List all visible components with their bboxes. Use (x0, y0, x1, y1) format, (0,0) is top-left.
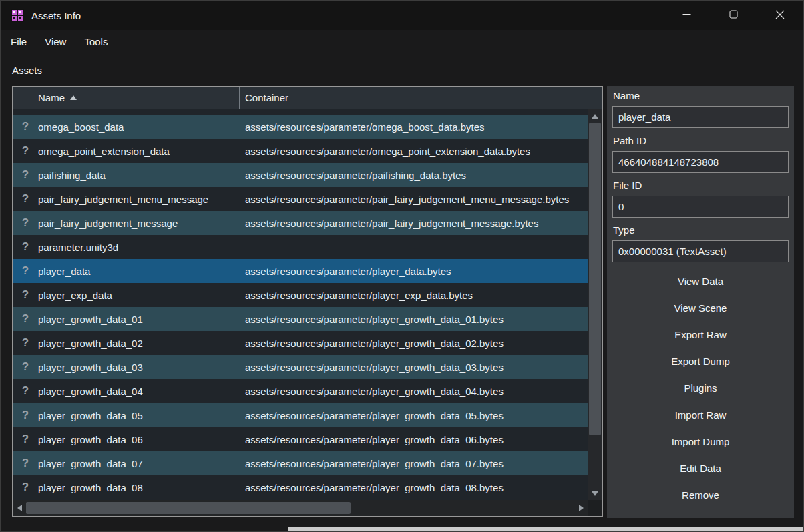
asset-row[interactable]: ? paifishing_data assets/resources/param… (13, 163, 588, 187)
asset-container-cell: assets/resources/parameter/player_growth… (239, 458, 588, 469)
unknown-asset-icon: ? (13, 120, 38, 134)
field-label: Type (613, 224, 788, 236)
scroll-up-icon (592, 114, 598, 119)
unknown-asset-icon: ? (13, 360, 38, 374)
unknown-asset-icon: ? (13, 288, 38, 302)
view-scene-button[interactable]: View Scene (612, 294, 789, 321)
window-bottom-strip (288, 527, 803, 531)
unknown-asset-icon: ? (13, 168, 38, 182)
asset-name-cell: omega_boost_data (38, 121, 239, 133)
view-data-button[interactable]: View Data (612, 268, 789, 294)
asset-container-cell: assets/resources/parameter/pair_fairy_ju… (239, 194, 588, 205)
asset-container-cell: assets/resources/parameter/paifishing_da… (239, 170, 588, 181)
file-id-input[interactable] (612, 196, 789, 218)
scroll-left-button[interactable] (13, 500, 26, 516)
import-raw-button[interactable]: Import Raw (612, 401, 789, 428)
remove-button[interactable]: Remove (612, 481, 789, 508)
caption-buttons (663, 1, 803, 30)
partial-row-clip: ? omega_boost_cutin_data assets/resource… (13, 109, 588, 115)
asset-name-cell: parameter.unity3d (38, 242, 239, 253)
close-icon (775, 10, 785, 21)
path-id-input[interactable] (612, 151, 789, 173)
detail-field: Type (612, 224, 789, 262)
name-column-header[interactable]: Name (38, 87, 239, 109)
asset-container-cell: assets/resources/parameter/player_growth… (239, 314, 588, 325)
maximize-button[interactable] (710, 1, 757, 30)
detail-field: Name (612, 90, 789, 128)
asset-row[interactable]: ? player_growth_data_07 assets/resources… (13, 451, 588, 475)
field-label: File ID (613, 180, 788, 191)
scroll-down-button[interactable] (588, 487, 602, 500)
sort-ascending-icon (70, 95, 77, 100)
asset-name-cell: player_growth_data_07 (38, 458, 239, 469)
asset-container-cell: assets/resources/parameter/player_growth… (239, 434, 588, 445)
horizontal-scrollbar-thumb[interactable] (26, 502, 351, 514)
scroll-up-button[interactable] (588, 109, 602, 123)
export-dump-button[interactable]: Export Dump (612, 348, 789, 374)
maximize-icon (729, 10, 738, 21)
scroll-right-icon (579, 505, 584, 511)
table-body: ? omega_boost_data assets/resources/para… (13, 115, 588, 500)
menu-file[interactable]: File (3, 33, 35, 51)
asset-name-cell: player_exp_data (38, 290, 239, 301)
asset-row[interactable]: ? player_data assets/resources/parameter… (13, 259, 588, 283)
unknown-asset-icon: ? (13, 192, 38, 206)
unknown-asset-icon: ? (13, 433, 38, 446)
asset-row[interactable]: ? player_growth_data_01 assets/resources… (13, 307, 588, 331)
asset-container-cell: assets/resources/parameter/player_growth… (239, 410, 588, 421)
asset-name-cell: player_growth_data_06 (38, 434, 239, 445)
asset-name-cell: paifishing_data (38, 170, 239, 181)
field-label: Name (613, 90, 788, 101)
asset-row[interactable]: ? pair_fairy_judgement_message assets/re… (13, 211, 588, 235)
vertical-scrollbar-thumb[interactable] (589, 123, 601, 435)
type-input[interactable] (612, 240, 789, 262)
unknown-asset-icon: ? (13, 216, 38, 230)
asset-row[interactable]: ? omega_boost_data assets/resources/para… (13, 115, 588, 139)
unknown-asset-icon: ? (13, 336, 38, 350)
menu-tools[interactable]: Tools (76, 33, 116, 51)
icon-column-header[interactable] (13, 87, 38, 109)
asset-row[interactable]: ? omega_point_extension_data assets/reso… (13, 139, 588, 163)
import-dump-button[interactable]: Import Dump (612, 428, 789, 455)
unknown-asset-icon: ? (13, 264, 38, 278)
name-input[interactable] (612, 106, 789, 128)
asset-row[interactable]: ? player_growth_data_05 assets/resources… (13, 403, 588, 427)
close-button[interactable] (757, 1, 803, 30)
asset-container-cell: assets/resources/parameter/player_exp_da… (239, 290, 588, 301)
asset-container-cell: assets/resources/parameter/omega_point_e… (239, 146, 588, 157)
asset-container-cell: assets/resources/parameter/player_growth… (239, 362, 588, 373)
asset-row[interactable]: ? pair_fairy_judgement_menu_message asse… (13, 187, 588, 211)
details-panel: Name Path ID File ID Type View DataView … (607, 86, 794, 518)
asset-name-cell: player_growth_data_04 (38, 386, 239, 397)
asset-row[interactable]: ? player_growth_data_04 assets/resources… (13, 379, 588, 403)
vertical-scrollbar[interactable] (588, 109, 602, 500)
scroll-down-icon (592, 491, 598, 496)
asset-row[interactable]: ? player_growth_data_08 assets/resources… (13, 475, 588, 499)
menu-view[interactable]: View (37, 33, 74, 51)
asset-name-cell: player_growth_data_01 (38, 314, 239, 325)
minimize-button[interactable] (663, 1, 710, 30)
export-raw-button[interactable]: Export Raw (612, 321, 789, 348)
horizontal-scrollbar[interactable] (13, 500, 588, 516)
asset-name-cell: player_growth_data_08 (38, 482, 239, 493)
asset-row[interactable]: ? player_growth_data_03 assets/resources… (13, 355, 588, 379)
minimize-icon (682, 10, 691, 21)
asset-table: Name Container ? omega_boost_cutin_data … (12, 86, 603, 517)
edit-data-button[interactable]: Edit Data (612, 455, 789, 481)
details-actions: View DataView SceneExport RawExport Dump… (612, 268, 789, 508)
assets-section-label: Assets (12, 65, 42, 76)
scroll-right-button[interactable] (574, 500, 588, 516)
asset-row[interactable]: ? player_growth_data_02 assets/resources… (13, 331, 588, 355)
field-label: Path ID (613, 135, 788, 146)
plugins-button[interactable]: Plugins (612, 374, 789, 401)
asset-container-cell: assets/resources/parameter/pair_fairy_ju… (239, 218, 588, 229)
assets-info-window: { "window": { "title": "Assets Info" }, … (0, 0, 804, 532)
asset-row[interactable]: ? player_exp_data assets/resources/param… (13, 283, 588, 307)
asset-row[interactable]: ? parameter.unity3d (13, 235, 588, 259)
window-title: Assets Info (31, 10, 81, 21)
asset-row[interactable]: ? player_growth_data_06 assets/resources… (13, 427, 588, 451)
asset-name-cell: player_data (38, 266, 239, 277)
asset-row[interactable]: ? omega_boost_cutin_data assets/resource… (13, 109, 588, 115)
container-column-header[interactable]: Container (240, 87, 602, 109)
unknown-asset-icon: ? (13, 384, 38, 398)
